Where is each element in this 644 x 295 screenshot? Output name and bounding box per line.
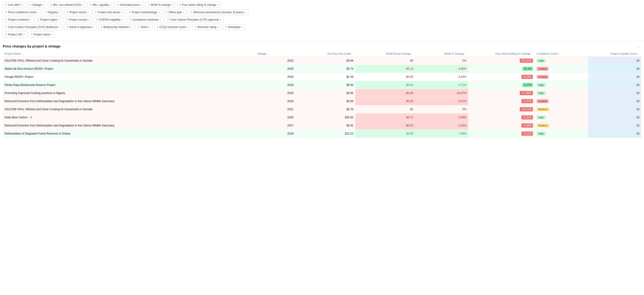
cell-wow-actual: $0 [355,57,415,65]
sort-icon: ↑ [466,53,466,55]
filter-label: Project sub-sector [98,11,120,14]
filter-compliance[interactable]: T Compliance schemes ▾ [127,17,163,23]
cell-vintage: 2020 [256,65,296,73]
filter-label: SDGs [141,26,148,29]
col-header-liquidity[interactable]: Project Liquidity Score ↑ [588,51,641,57]
filter-label: Biodiversity Attention [104,26,129,29]
filter-label: Project methodology [132,11,157,14]
cell-est-price: $2.92 [296,122,355,130]
more-options-button[interactable]: ... [636,44,641,49]
col-header-vintage[interactable]: Vintage ↑ [256,51,296,57]
cell-wow-pct: -10.67% [415,89,468,97]
cell-est-price: $2.74 [296,65,355,73]
cell-project-name: Rimba Raya Biodiversity Reserve Project [3,81,256,89]
cell-est-price: $2.70 [296,105,355,113]
table-section: Price changes by project & vintage ... P… [0,41,644,141]
cell-confidence: Limited [535,97,588,105]
cell-liquidity: 10 [588,113,641,122]
filter-project-methodology[interactable]: T Project methodology ▾ [126,9,162,15]
col-header-project[interactable]: Project Name ↑ [3,51,256,57]
cell-confidence: High [535,81,588,89]
filter-label: Article 6 alignment [69,26,92,29]
filter-estimated-price[interactable]: # Estimated price ▾ [115,2,144,8]
chevron-down-icon: ▾ [245,11,246,14]
filter-live-offer[interactable]: T Live offer? ▾ [3,2,26,8]
cell-wow-pct: -2.68% [415,113,468,122]
filter-corsia[interactable]: T CORSIA eligibility ▾ [94,17,126,23]
filter-project-continent[interactable]: T Project continent ▾ [3,17,34,23]
sort-icon: ↑ [532,53,533,55]
cell-liquidity: 10 [588,73,641,81]
cell-vintage: 2020 [256,113,296,122]
sort-icon: ↑ [22,53,23,55]
filter-label: WoW % change [150,3,170,7]
filter-developer[interactable]: T Developer ▾ [223,24,246,30]
filter-project-subsector[interactable]: T Project sub-sector ▾ [92,9,125,15]
cell-liquidity: 10 [588,89,641,97]
chevron-down-icon: ▾ [242,26,243,29]
filter-min-non-retired[interactable]: # Min. non-retired tCO2e ▾ [48,2,86,8]
filter-four-week[interactable]: # Four week rolling % change ▾ [177,2,221,8]
col-header-vintage-label: Vintage [258,52,266,55]
col-header-confidence[interactable]: Confidence Score ↑ [535,51,588,57]
filter-sdgs[interactable]: T SDGs ▾ [135,24,153,30]
filter-label: Vintage [32,3,42,7]
table-row: Delta Blue Carbon – 12020$25.83-$0.71-2.… [3,113,641,122]
filters-container: T Live offer? ▾ # Vintage ▾ # Min. non-r… [0,0,644,41]
filter-registry[interactable]: T Registry ▾ [42,9,63,15]
filter-price-confidence[interactable]: T Price confidence score ▾ [3,9,41,15]
filter-project-sector[interactable]: T Project sector ▾ [64,9,91,15]
filter-project-uid[interactable]: T Project UID ▾ [3,32,27,38]
cell-confidence: Limited [535,73,588,81]
cell-project-name: GS10789 VPA1: Efficient and Clean Cookin… [3,57,256,65]
text-type-icon: T [225,26,227,29]
cell-est-price: $25.83 [296,113,355,122]
text-type-icon: T [195,26,196,29]
filter-project-region[interactable]: T Project region ▾ [35,17,62,23]
chevron-down-icon: ▾ [140,4,142,6]
col-header-confidence-label: Confidence Score [537,52,558,55]
col-header-est-price[interactable]: Est Price Per Credit ↑ [296,51,355,57]
filter-label: Estimated price [120,3,140,7]
filter-renoster[interactable]: T Renoster rating ▾ [192,24,222,30]
filter-ccp-likelihood[interactable]: T Core Carbon Principles (CCP) likelihoo… [3,24,62,30]
sort-icon: ↑ [268,53,269,55]
cell-project-name: Pacajai REDD+ Project [3,73,256,81]
cell-est-price: $5.65 [296,81,355,89]
text-type-icon: T [66,18,68,21]
filter-label: Registry [48,11,58,14]
col-header-four-week[interactable]: Four Week Rolling % Change ↑ [468,51,535,57]
filter-min-liquidity[interactable]: # Min. Liquidity ▾ [88,2,114,8]
filter-label: CORSIA eligibility [99,18,120,21]
filter-project-name[interactable]: T Project name ▾ [28,32,55,38]
sort-icon: ↑ [559,53,560,55]
hash-type-icon: # [148,4,150,6]
sort-icon: ↑ [352,53,354,55]
filter-article6[interactable]: T Article 6 alignment ▾ [64,24,97,30]
col-header-wow-pct[interactable]: WoW % Change ↑ [415,51,468,57]
col-header-wow-actual[interactable]: WoW Actual Change ↑ [355,51,415,57]
filter-min-permanence[interactable]: T Minimum permanence (number of years) ▾ [188,9,248,15]
hash-type-icon: # [30,4,31,6]
filter-vintage[interactable]: # Vintage ▾ [27,2,47,8]
cell-project-name: Madre de Dios Amazon REDD+ Project [3,65,256,73]
hash-type-icon: # [90,4,91,6]
filter-ccqi[interactable]: # CCQI minimum score ▾ [154,24,191,30]
filter-label: Min. Liquidity [92,3,109,7]
filter-row-3: T Project continent ▾ T Project region ▾… [3,17,641,23]
filter-project-country[interactable]: T Project country ▾ [64,17,92,23]
text-type-icon: T [5,18,7,21]
chevron-down-icon: ▾ [88,19,90,21]
filter-ccp-approval[interactable]: T Core Carbon Principles (CCP) approval … [165,17,224,23]
price-changes-table: Project Name ↑ Vintage ↑ Est Price Per C… [3,51,641,138]
filter-biodiversity[interactable]: T Biodiversity Attention ▾ [98,24,134,30]
text-type-icon: T [166,11,168,14]
chevron-down-icon: ▾ [160,19,161,21]
chevron-down-icon: ▾ [122,19,123,21]
chevron-down-icon: ▾ [23,33,24,36]
filter-offset-type[interactable]: T Offset type ▾ [163,9,187,15]
filter-wow-change[interactable]: # WoW % change ▾ [146,2,175,8]
filter-label: Project continent [8,18,29,21]
chevron-down-icon: ▾ [183,11,184,14]
filter-label: Project country [69,18,88,21]
